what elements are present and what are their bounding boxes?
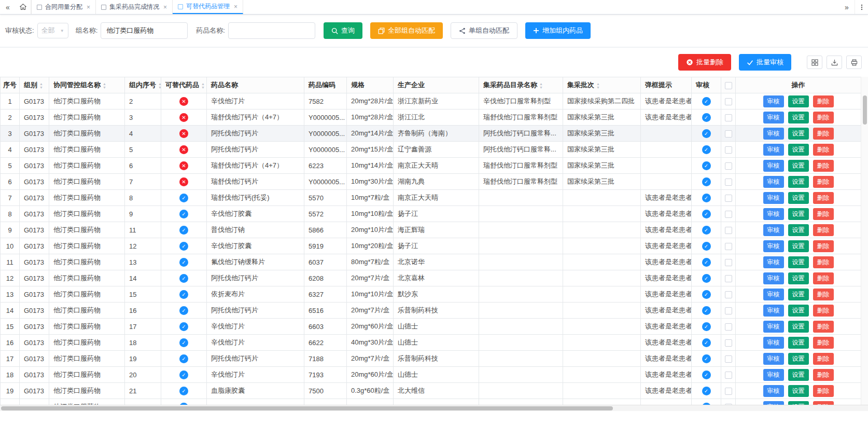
home-icon[interactable] [16,0,31,14]
column-header-inner-seq[interactable]: 组内序号▲▼ [125,77,161,93]
audit-button[interactable]: 审核 [763,256,784,268]
add-group-drug-button[interactable]: 增加组内药品 [525,22,591,39]
audit-button[interactable]: 审核 [763,176,784,188]
tab-1[interactable]: 合同用量分配× [31,0,96,14]
settings-button[interactable]: 设置 [788,401,809,405]
delete-button[interactable]: 删除 [813,305,834,317]
delete-button[interactable]: 删除 [813,401,834,405]
delete-button[interactable]: 删除 [813,112,834,124]
settings-button[interactable]: 设置 [788,272,809,284]
select-all-checkbox[interactable] [725,82,732,89]
drug-name-input[interactable] [228,22,315,39]
audit-status-select[interactable]: 全部 ▼ [37,23,68,38]
tab-close-icon[interactable]: × [234,3,237,10]
sort-icon[interactable]: ▲▼ [539,82,543,89]
settings-button[interactable]: 设置 [788,192,809,204]
column-header-group[interactable]: 组别▲▼ [20,77,49,93]
row-checkbox[interactable] [725,146,732,154]
audit-button[interactable]: 审核 [763,95,784,107]
column-header-group-name[interactable]: 协同管控组名称▲▼ [49,77,125,93]
row-checkbox[interactable] [725,179,732,186]
row-checkbox[interactable] [725,323,732,331]
settings-button[interactable]: 设置 [788,112,809,124]
settings-button[interactable]: 设置 [788,224,809,236]
query-button[interactable]: 查询 [324,22,362,39]
tab-close-icon[interactable]: × [87,4,90,11]
audit-button[interactable]: 审核 [763,401,784,405]
batch-audit-button[interactable]: 批量审核 [739,54,791,71]
delete-button[interactable]: 删除 [813,353,834,365]
audit-button[interactable]: 审核 [763,160,784,172]
audit-button[interactable]: 审核 [763,321,784,333]
delete-button[interactable]: 删除 [813,128,834,140]
tab-2[interactable]: 集采药品完成情况× [96,0,173,14]
audit-button[interactable]: 审核 [763,289,784,300]
header-select-all[interactable] [721,77,736,93]
audit-button[interactable]: 审核 [763,353,784,365]
tab-close-icon[interactable]: × [163,4,167,11]
tab-options-icon[interactable] [855,0,868,14]
audit-button[interactable]: 审核 [763,272,784,284]
horizontal-scrollbar-thumb[interactable] [1,406,613,410]
settings-button[interactable]: 设置 [788,256,809,268]
settings-button[interactable]: 设置 [788,305,809,317]
row-checkbox[interactable] [725,114,732,121]
scroll-tabs-right-icon[interactable]: » [839,0,855,14]
delete-button[interactable]: 删除 [813,192,834,204]
settings-button[interactable]: 设置 [788,337,809,349]
row-checkbox[interactable] [725,388,732,395]
audit-button[interactable]: 审核 [763,192,784,204]
row-checkbox[interactable] [725,307,732,314]
settings-button[interactable]: 设置 [788,144,809,156]
column-header-replaceable[interactable]: 可替代药品▲▼ [161,77,207,93]
sort-icon[interactable]: ▲▼ [103,82,106,89]
column-header-catalog-name[interactable]: 集采药品目录名称▲▼ [479,77,563,93]
row-checkbox[interactable] [725,162,732,170]
audit-button[interactable]: 审核 [763,240,784,252]
delete-button[interactable]: 删除 [813,321,834,333]
row-checkbox[interactable] [725,195,732,202]
audit-button[interactable]: 审核 [763,305,784,317]
delete-button[interactable]: 删除 [813,160,834,172]
auto-match-single-button[interactable]: 单组自动匹配 [451,22,517,39]
row-checkbox[interactable] [725,211,732,218]
row-checkbox[interactable] [725,259,732,266]
row-checkbox[interactable] [725,291,732,298]
column-settings-icon[interactable] [807,56,822,69]
row-checkbox[interactable] [725,243,732,250]
horizontal-scrollbar[interactable] [0,405,868,411]
sort-icon[interactable]: ▲▼ [201,82,205,89]
delete-button[interactable]: 删除 [813,385,834,397]
auto-match-all-button[interactable]: 全部组自动匹配 [370,22,443,39]
delete-button[interactable]: 删除 [813,208,834,220]
delete-button[interactable]: 删除 [813,272,834,284]
audit-button[interactable]: 审核 [763,369,784,381]
settings-button[interactable]: 设置 [788,289,809,300]
column-header-batch[interactable]: 集采批次▲▼ [563,77,641,93]
delete-button[interactable]: 删除 [813,256,834,268]
row-checkbox[interactable] [725,130,732,138]
delete-button[interactable]: 删除 [813,95,834,107]
delete-button[interactable]: 删除 [813,289,834,300]
vertical-scrollbar-thumb[interactable] [863,95,867,125]
audit-button[interactable]: 审核 [763,224,784,236]
batch-delete-button[interactable]: 批量删除 [678,54,731,71]
audit-button[interactable]: 审核 [763,112,784,124]
settings-button[interactable]: 设置 [788,160,809,172]
tab-3[interactable]: 可替代药品管理× [173,0,243,14]
delete-button[interactable]: 删除 [813,176,834,188]
settings-button[interactable]: 设置 [788,353,809,365]
settings-button[interactable]: 设置 [788,128,809,140]
delete-button[interactable]: 删除 [813,224,834,236]
delete-button[interactable]: 删除 [813,144,834,156]
print-icon[interactable] [846,56,862,69]
settings-button[interactable]: 设置 [788,240,809,252]
row-checkbox[interactable] [725,227,732,234]
settings-button[interactable]: 设置 [788,176,809,188]
settings-button[interactable]: 设置 [788,208,809,220]
audit-button[interactable]: 审核 [763,128,784,140]
delete-button[interactable]: 删除 [813,240,834,252]
audit-button[interactable]: 审核 [763,337,784,349]
vertical-scrollbar[interactable] [861,77,868,405]
row-checkbox[interactable] [725,355,732,363]
